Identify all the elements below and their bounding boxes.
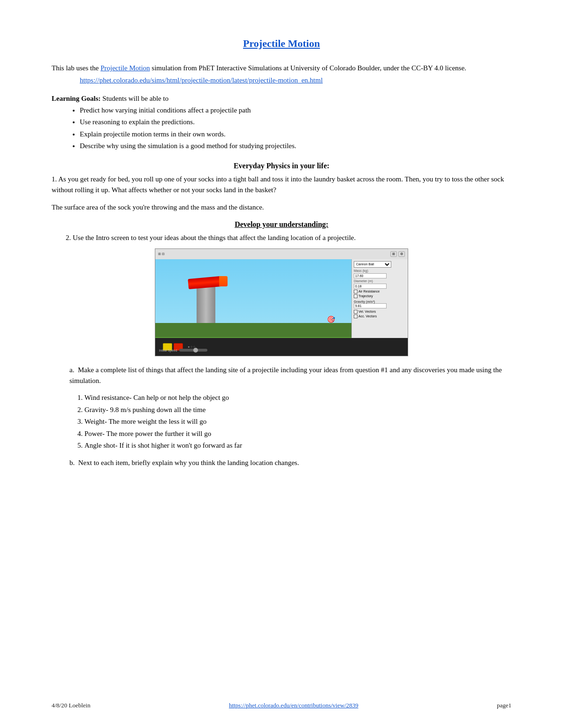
page: Projectile Motion This lab uses the Proj… — [0, 0, 563, 728]
sim-checkbox-row-3: Vel. Vectors — [354, 310, 406, 314]
phet-url-link[interactable]: https://phet.colorado.edu/sims/html/proj… — [80, 76, 511, 84]
sim-toolbar-bottom: Initial Speed ● ○ ○ — [155, 338, 408, 356]
sim-checkbox-trajectory — [354, 294, 358, 298]
list-item-3: Weight- The more weight the less it will… — [84, 416, 511, 428]
list-item: Describe why using the simulation is a g… — [80, 140, 511, 152]
sim-icon-settings: ⚙ — [398, 251, 405, 257]
sim-checkbox-air — [354, 290, 358, 293]
sim-checkbox-row-2: Trajectory — [354, 294, 406, 298]
sim-panel-label-2: Diameter (m) — [354, 279, 406, 283]
sim-checkbox-row-1: Air Resistance — [354, 290, 406, 293]
sim-vel-label: Vel. Vectors — [358, 310, 376, 313]
sim-target-figure: 🎯 — [327, 315, 335, 323]
everyday-physics-heading: Everyday Physics in your life: — [52, 162, 511, 170]
learning-goals-section: Learning Goals: Students will be able to… — [52, 95, 511, 152]
develop-section: Develop your understanding: 2. Use the I… — [52, 220, 511, 356]
part-b: b. Next to each item, briefly explain wh… — [69, 458, 511, 468]
part-a-list: Wind resistance- Can help or not help th… — [84, 392, 511, 452]
sim-toolbar-top: ⊞ ⊟ ⊞ ⚙ — [155, 249, 408, 259]
sim-air-label: Air Resistance — [358, 290, 380, 293]
sim-trajectory-label: Trajectory — [358, 294, 373, 298]
sim-icon-grid: ⊞ — [390, 251, 397, 257]
question-1: 1. As you get ready for bed, you roll up… — [52, 174, 511, 196]
sim-mass-value: 17.60 — [354, 273, 387, 278]
title-section: Projectile Motion — [52, 38, 511, 50]
sim-slider-area: Initial Speed — [159, 349, 207, 352]
list-item-2: Gravity- 9.8 m/s pushing down all the ti… — [84, 404, 511, 416]
list-item: Explain projectile motion terms in their… — [80, 128, 511, 141]
sim-acc-label: Acc. Vectors — [358, 315, 377, 318]
sim-gravity-value: 9.81 — [354, 303, 387, 308]
sim-checkbox-acc — [354, 315, 358, 318]
intro-sim-link[interactable]: Projectile Motion — [100, 64, 150, 72]
intro-text-before: This lab uses the — [52, 64, 100, 72]
part-a-intro: a. Make a complete list of things that a… — [69, 365, 511, 387]
sim-gravity-label: Gravity (m/s²) — [354, 300, 406, 303]
sim-checkbox-vel — [354, 310, 358, 314]
sim-object-select[interactable]: Cannon Ball — [354, 261, 391, 268]
footer-date-author: 4/8/20 Loeblein — [52, 702, 91, 709]
sim-diameter-value: 0.18 — [354, 284, 387, 289]
sim-cannon-base — [197, 285, 215, 323]
list-item-5: Angle shot- If it is shot higher it won'… — [84, 440, 511, 452]
sim-speed-label: Initial Speed — [159, 349, 177, 352]
simulation-container: ⊞ ⊟ ⊞ ⚙ Canno — [52, 248, 511, 356]
sim-speed-slider[interactable] — [179, 349, 207, 352]
develop-heading: Develop your understanding: — [52, 220, 511, 229]
simulation-image: ⊞ ⊟ ⊞ ⚙ Canno — [155, 248, 408, 356]
footer-url[interactable]: https://phet.colorado.edu/en/contributio… — [229, 702, 358, 709]
sim-checkbox-row-4: Acc. Vectors — [354, 315, 406, 318]
intro-paragraph: This lab uses the Projectile Motion simu… — [52, 63, 511, 74]
list-item-1: Wind resistance- Can help or not help th… — [84, 392, 511, 404]
answer-1: The surface area of the sock you're thro… — [52, 202, 511, 213]
list-item: Use reasoning to explain the predictions… — [80, 116, 511, 128]
intro-text-after: simulation from PhET Interactive Simulat… — [150, 64, 466, 72]
question-2: 2. Use the Intro screen to test your ide… — [66, 233, 511, 243]
list-item: Predict how varying initial conditions a… — [80, 105, 511, 117]
learning-goals-label: Learning Goals: — [52, 95, 101, 102]
learning-goals-list: Predict how varying initial conditions a… — [80, 105, 511, 152]
sim-right-panel: Cannon Ball Mass (kg) 17.60 Diameter (m)… — [351, 259, 408, 341]
sim-cannon-tip — [219, 276, 228, 286]
sim-panel-label-1: Mass (kg) — [354, 269, 406, 272]
footer-page: page1 — [497, 702, 511, 709]
list-item-4: Power- The more power the further it wil… — [84, 428, 511, 440]
footer: 4/8/20 Loeblein https://phet.colorado.ed… — [52, 702, 511, 709]
title-link[interactable]: Projectile Motion — [243, 38, 320, 49]
learning-goals-intro: Students will be able to — [101, 95, 169, 102]
